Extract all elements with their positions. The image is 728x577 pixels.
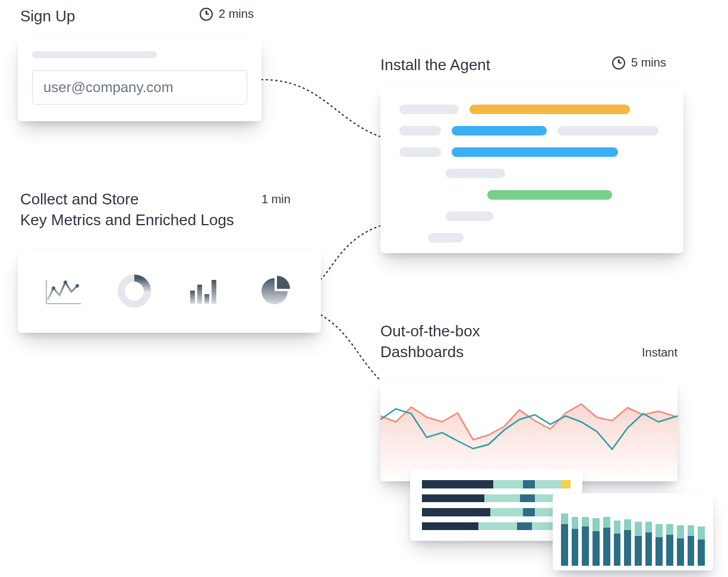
code-segment [487, 190, 612, 200]
vbar [698, 526, 705, 566]
code-segment [399, 126, 441, 135]
code-line [399, 233, 664, 242]
svg-point-2 [75, 284, 79, 288]
vbar [688, 525, 695, 566]
vbar [593, 518, 600, 566]
signup-title: Sign Up [20, 6, 75, 27]
code-segment [452, 147, 618, 157]
hbar-row [422, 522, 571, 531]
clock-icon [200, 8, 213, 21]
vbar [635, 522, 642, 566]
code-segment [446, 169, 505, 178]
collect-card [18, 250, 321, 333]
donut-chart-icon [111, 270, 158, 312]
vbar [677, 525, 684, 566]
bar-chart-icon [181, 270, 228, 312]
code-line [399, 147, 664, 157]
vbar [561, 513, 568, 566]
collect-title: Collect and Store Key Metrics and Enrich… [20, 189, 270, 231]
code-segment [399, 147, 441, 157]
code-segment [469, 105, 630, 114]
code-segment [452, 126, 547, 135]
email-input[interactable]: user@company.com [32, 70, 247, 105]
svg-rect-7 [197, 285, 202, 304]
code-line [399, 190, 664, 200]
vbar [624, 519, 631, 566]
svg-rect-8 [204, 294, 209, 304]
svg-rect-6 [190, 291, 195, 304]
onboarding-diagram: Sign Up 2 mins user@company.com Install … [0, 0, 728, 577]
vbar [614, 521, 621, 566]
code-segment [557, 126, 658, 135]
hbar-row [422, 494, 571, 503]
install-time-text: 5 mins [631, 56, 666, 70]
collect-time: 1 min [261, 193, 291, 206]
vbar [603, 517, 610, 566]
dashboard-line-chart [380, 380, 677, 481]
placeholder-line [32, 51, 157, 58]
line-chart-icon [40, 270, 88, 312]
code-line [399, 126, 664, 135]
code-segment [399, 105, 459, 114]
collect-time-text: 1 min [261, 193, 291, 206]
code-line [399, 169, 664, 178]
dashboard-vbars [553, 493, 713, 570]
signup-time-text: 2 mins [219, 7, 254, 21]
vbar [582, 517, 589, 566]
dashboards-time: Instant [642, 346, 677, 360]
vbar [655, 524, 663, 566]
dashboards-time-text: Instant [642, 346, 677, 360]
code-line [399, 212, 664, 221]
svg-rect-9 [212, 280, 216, 304]
vbar [572, 517, 579, 566]
hbar-row [422, 508, 571, 516]
pie-chart-icon [251, 270, 298, 312]
vbar [645, 522, 653, 566]
install-title: Install the Agent [380, 55, 490, 75]
hbar-row [422, 480, 571, 488]
vbar [666, 524, 673, 566]
signup-card: user@company.com [18, 38, 261, 121]
install-time: 5 mins [612, 56, 666, 70]
svg-point-0 [52, 286, 55, 290]
svg-point-1 [64, 280, 67, 284]
email-placeholder: user@company.com [43, 79, 174, 96]
code-line [399, 105, 664, 114]
signup-time: 2 mins [200, 7, 254, 21]
code-segment [428, 233, 464, 242]
install-card [380, 87, 683, 253]
code-segment [446, 212, 493, 221]
clock-icon [612, 56, 625, 70]
dashboards-title: Out-of-the-box Dashboards [380, 321, 480, 362]
